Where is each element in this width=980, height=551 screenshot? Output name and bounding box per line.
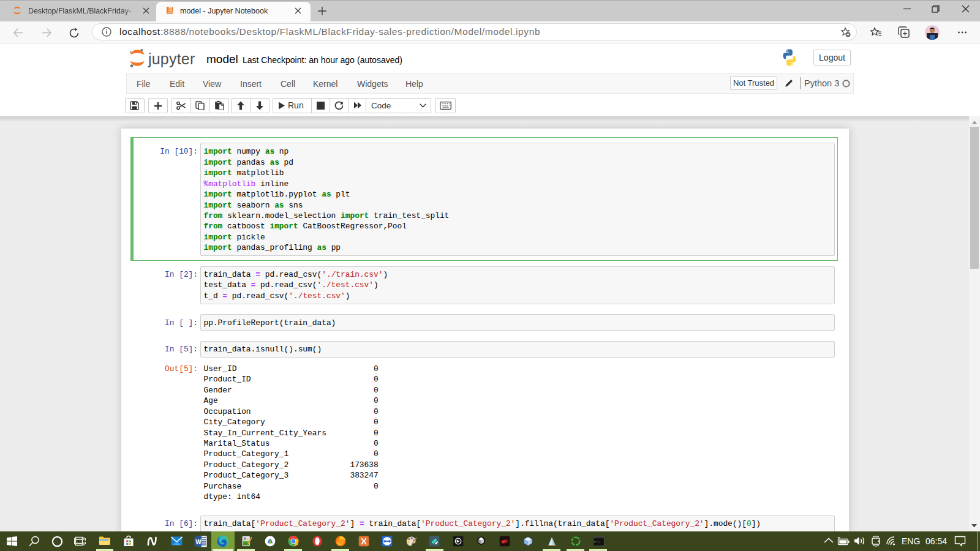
- svg-text:C:\_: C:\_: [594, 540, 601, 543]
- svg-text:W: W: [195, 539, 202, 545]
